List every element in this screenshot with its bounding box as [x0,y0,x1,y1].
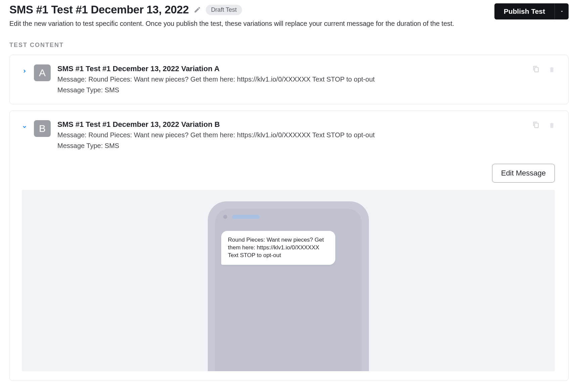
page-title: SMS #1 Test #1 December 13, 2022 [9,3,189,16]
page-header: SMS #1 Test #1 December 13, 2022 Draft T… [9,3,569,28]
phone-screen: Round Pieces: Want new pieces? Get them … [215,209,362,371]
copy-variation-button[interactable] [533,66,539,72]
type-value: SMS [105,86,119,94]
variation-text: SMS #1 Test #1 December 13, 2022 Variati… [57,120,526,150]
copy-variation-button[interactable] [533,121,539,128]
edit-message-button[interactable]: Edit Message [492,164,555,183]
page-subtitle: Edit the new variation to test specific … [9,19,488,28]
chevron-down-icon [22,124,27,130]
variation-text: SMS #1 Test #1 December 13, 2022 Variati… [57,64,526,95]
variation-actions [533,120,555,129]
caret-down-icon [560,9,564,14]
expand-toggle[interactable] [22,64,27,74]
copy-icon [533,121,539,128]
delete-variation-button[interactable] [549,121,555,129]
variation-title: SMS #1 Test #1 December 13, 2022 Variati… [57,120,526,129]
sms-bubble: Round Pieces: Want new pieces? Get them … [221,231,335,265]
publish-test-dropdown[interactable] [555,3,569,19]
message-value: Round Pieces: Want new pieces? Get them … [88,131,375,139]
variation-card-a: A SMS #1 Test #1 December 13, 2022 Varia… [9,55,569,104]
message-label: Message: [57,131,87,139]
message-label: Message: [57,76,87,83]
publish-test-button[interactable]: Publish Test [494,3,555,19]
variation-type-line: Message Type: SMS [57,141,526,150]
variation-card-b: B SMS #1 Test #1 December 13, 2022 Varia… [9,110,569,381]
variation-actions [533,64,555,73]
delete-variation-button[interactable] [549,66,555,73]
edit-title-icon[interactable] [194,6,201,13]
status-badge: Draft Test [206,5,242,15]
speaker-dot-icon [223,215,227,219]
type-label: Message Type: [57,142,103,149]
copy-icon [533,66,539,72]
chevron-right-icon [22,68,27,74]
expand-toggle[interactable] [22,120,27,130]
title-line: SMS #1 Test #1 December 13, 2022 Draft T… [9,3,488,16]
speaker-bar-icon [232,215,259,219]
publish-button-group: Publish Test [494,3,569,19]
variation-badge: B [34,120,51,137]
variation-header: A SMS #1 Test #1 December 13, 2022 Varia… [22,64,555,95]
phone-speaker [221,215,355,219]
header-left: SMS #1 Test #1 December 13, 2022 Draft T… [9,3,488,28]
variation-title: SMS #1 Test #1 December 13, 2022 Variati… [57,64,526,73]
message-value: Round Pieces: Want new pieces? Get them … [88,76,375,83]
type-label: Message Type: [57,86,103,94]
variation-message-line: Message: Round Pieces: Want new pieces? … [57,75,526,84]
variation-message-line: Message: Round Pieces: Want new pieces? … [57,130,526,140]
variation-type-line: Message Type: SMS [57,85,526,95]
trash-icon [549,121,555,129]
edit-message-row: Edit Message [22,164,555,183]
sms-preview-panel: Round Pieces: Want new pieces? Get them … [22,190,555,371]
section-label: TEST CONTENT [9,42,569,49]
variation-badge: A [34,64,51,81]
variation-header: B SMS #1 Test #1 December 13, 2022 Varia… [22,120,555,150]
trash-icon [549,66,555,73]
phone-frame: Round Pieces: Want new pieces? Get them … [208,201,369,371]
type-value: SMS [105,142,119,149]
